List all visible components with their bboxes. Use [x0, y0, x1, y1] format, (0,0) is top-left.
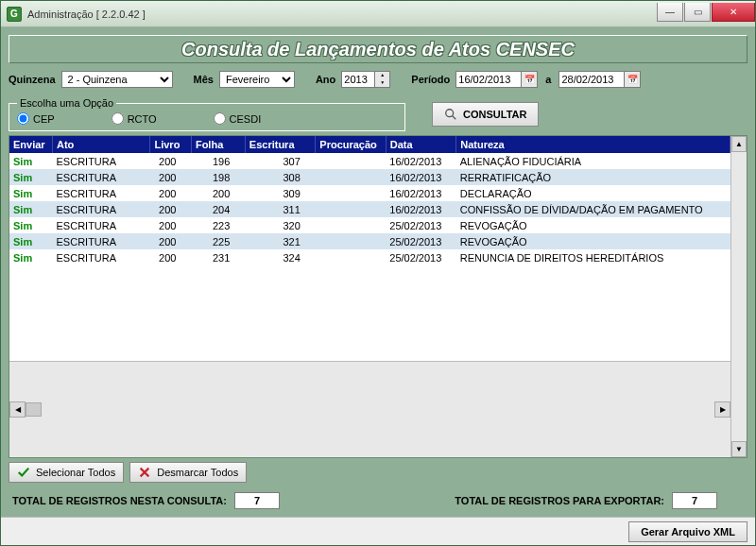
column-header-natureza[interactable]: Natureza	[456, 136, 730, 153]
cell-enviar: Sim	[9, 233, 53, 249]
cell-ato: ESCRITURA	[53, 249, 150, 265]
consultar-button[interactable]: CONSULTAR	[432, 102, 539, 127]
cell-folha: 200	[191, 185, 245, 201]
deselect-all-label: Desmarcar Todos	[157, 467, 238, 478]
cell-escritura: 311	[245, 201, 315, 217]
cell-data: 16/02/2013	[386, 169, 455, 185]
window-title: Administração [ 2.2.0.42 ]	[27, 9, 656, 20]
option-cep[interactable]: CEP	[17, 112, 55, 125]
cell-ato: ESCRITURA	[53, 217, 150, 233]
cell-enviar: Sim	[9, 201, 53, 217]
total-export-value: 7	[672, 492, 717, 509]
cell-livro: 200	[150, 233, 191, 249]
cell-escritura: 309	[245, 185, 315, 201]
cell-enviar: Sim	[9, 217, 53, 233]
svg-line-1	[453, 116, 456, 120]
calendar-icon[interactable]: 📅	[522, 71, 538, 88]
horizontal-scrollbar[interactable]: ◀ ▶	[9, 361, 730, 457]
cell-ato: ESCRITURA	[53, 169, 150, 185]
table-header-row: EnviarAtoLivroFolhaEscrituraProcuraçãoDa…	[9, 136, 730, 153]
cell-procuracao	[316, 249, 386, 265]
cell-data: 25/02/2013	[386, 217, 455, 233]
column-header-ato[interactable]: Ato	[53, 136, 150, 153]
cell-data: 16/02/2013	[386, 153, 455, 169]
option-radio-cep[interactable]	[17, 112, 29, 125]
cell-escritura: 308	[245, 169, 315, 185]
cell-escritura: 324	[245, 249, 315, 265]
cell-data: 16/02/2013	[386, 201, 455, 217]
option-label: CESDI	[230, 113, 262, 125]
table-row[interactable]: SimESCRITURA20020431116/02/2013CONFISSÃO…	[9, 201, 730, 217]
cell-livro: 200	[150, 169, 191, 185]
cell-enviar: Sim	[9, 153, 53, 169]
ano-input[interactable]	[341, 71, 375, 88]
table-row[interactable]: SimESCRITURA20023132425/02/2013RENUNCIA …	[9, 249, 730, 265]
cell-procuracao	[316, 153, 386, 169]
cell-folha: 231	[191, 249, 245, 265]
calendar-icon[interactable]: 📅	[625, 71, 641, 88]
cell-natureza: RERRATIFICAÇÃO	[456, 169, 730, 185]
scroll-right-icon[interactable]: ▶	[714, 401, 730, 418]
periodo-to-input[interactable]	[558, 71, 625, 88]
option-rcto[interactable]: RCTO	[112, 112, 157, 125]
column-header-procuracao[interactable]: Procuração	[316, 136, 386, 153]
app-icon: G	[7, 7, 22, 22]
periodo-label: Período	[411, 74, 450, 85]
table-row[interactable]: SimESCRITURA20022532125/02/2013REVOGAÇÃO	[9, 233, 730, 249]
close-button[interactable]: ✕	[712, 3, 755, 22]
table-row[interactable]: SimESCRITURA20020030916/02/2013DECLARAÇÃ…	[9, 185, 730, 201]
consultar-label: CONSULTAR	[463, 109, 526, 120]
table-row[interactable]: SimESCRITURA20019830816/02/2013RERRATIFI…	[9, 169, 730, 185]
client-area: Consulta de Lançamentos de Atos CENSEC Q…	[1, 27, 755, 517]
select-all-button[interactable]: Selecionar Todos	[9, 462, 124, 483]
page-title: Consulta de Lançamentos de Atos CENSEC	[181, 39, 575, 60]
cell-livro: 200	[150, 185, 191, 201]
minimize-button[interactable]: —	[657, 3, 683, 22]
vertical-scrollbar[interactable]: ▲ ▼	[730, 136, 747, 457]
select-all-label: Selecionar Todos	[36, 467, 115, 478]
scroll-down-icon[interactable]: ▼	[731, 441, 747, 457]
deselect-all-button[interactable]: Desmarcar Todos	[129, 462, 247, 483]
column-header-folha[interactable]: Folha	[191, 136, 245, 153]
table-row[interactable]: SimESCRITURA20019630716/02/2013ALIENAÇÃO…	[9, 153, 730, 169]
option-radio-rcto[interactable]	[112, 112, 124, 125]
cell-folha: 223	[191, 217, 245, 233]
cell-data: 25/02/2013	[386, 233, 455, 249]
cell-enviar: Sim	[9, 249, 53, 265]
cell-livro: 200	[150, 201, 191, 217]
cell-natureza: RENUNCIA DE DIREITOS HEREDITÁRIOS	[456, 249, 730, 265]
cell-folha: 225	[191, 233, 245, 249]
mes-select[interactable]: Fevereiro	[219, 71, 295, 88]
gerar-xml-button[interactable]: Gerar Arquivo XML	[628, 521, 747, 542]
cell-data: 25/02/2013	[386, 249, 455, 265]
quinzena-select[interactable]: 2 - Quinzena	[61, 71, 173, 88]
cell-ato: ESCRITURA	[53, 185, 150, 201]
scroll-thumb[interactable]	[26, 402, 42, 417]
cell-procuracao	[316, 201, 386, 217]
titlebar[interactable]: G Administração [ 2.2.0.42 ] — ▭ ✕	[1, 1, 755, 27]
scroll-up-icon[interactable]: ▲	[731, 136, 747, 152]
cell-livro: 200	[150, 249, 191, 265]
periodo-from-input[interactable]	[455, 71, 522, 88]
column-header-escritura[interactable]: Escritura	[245, 136, 315, 153]
maximize-button[interactable]: ▭	[684, 3, 711, 22]
option-radio-cesdi[interactable]	[214, 112, 226, 125]
cell-natureza: REVOGAÇÃO	[456, 217, 730, 233]
cell-ato: ESCRITURA	[53, 201, 150, 217]
scroll-left-icon[interactable]: ◀	[9, 401, 26, 418]
cell-escritura: 321	[245, 233, 315, 249]
option-label: RCTO	[128, 113, 157, 125]
table-row[interactable]: SimESCRITURA20022332025/02/2013REVOGAÇÃO	[9, 217, 730, 233]
gerar-xml-label: Gerar Arquivo XML	[641, 526, 735, 537]
column-header-enviar[interactable]: Enviar	[9, 136, 53, 153]
ano-spinner[interactable]: ▲▼	[375, 71, 390, 88]
cell-data: 16/02/2013	[386, 185, 455, 201]
option-cesdi[interactable]: CESDI	[214, 112, 262, 125]
column-header-livro[interactable]: Livro	[150, 136, 191, 153]
cell-enviar: Sim	[9, 169, 53, 185]
periodo-separator: a	[545, 74, 551, 85]
option-group: Escolha uma Opção CEPRCTOCESDI	[9, 97, 405, 131]
column-header-data[interactable]: Data	[386, 136, 455, 153]
app-window: G Administração [ 2.2.0.42 ] — ▭ ✕ Consu…	[0, 0, 756, 546]
cell-livro: 200	[150, 217, 191, 233]
